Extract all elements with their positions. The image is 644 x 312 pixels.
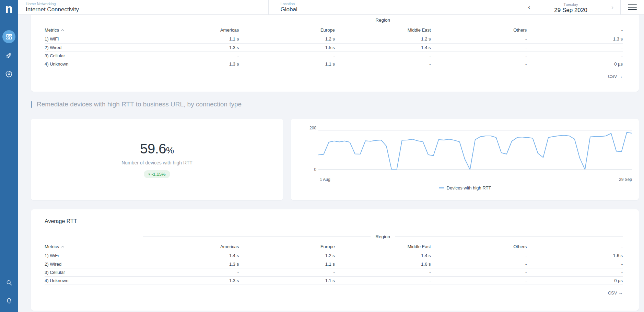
region-column-header: Europe [239, 241, 335, 252]
csv-export-link[interactable]: CSV → [608, 74, 623, 79]
region-column-header: Americas [143, 25, 239, 35]
region-column-header: Middle East [335, 25, 431, 35]
csv-export-link[interactable]: CSV → [608, 290, 623, 296]
region-column-header: - [527, 241, 623, 252]
location-value: Global [281, 6, 521, 13]
sidebar-item-notifications[interactable] [2, 294, 15, 307]
metric-value-cell: 1.4 s [335, 43, 431, 51]
region-column-header: - [527, 25, 623, 35]
metric-value-cell: 1.5 s [239, 43, 335, 51]
section-title-text: Remediate devices with high RTT to busin… [37, 101, 242, 108]
metric-value-cell: - [527, 260, 623, 268]
metric-value-cell: - [431, 43, 527, 51]
region-span-header: Region [143, 234, 623, 239]
table-row: 2) Wired1.3 s1.5 s1.4 s-- [45, 43, 623, 51]
metric-value-cell: 1.1 s [239, 276, 335, 285]
region-column-header: Others [431, 25, 527, 35]
table-row: 1) WiFi1.4 s1.2 s1.4 s-1.6 s [45, 252, 623, 260]
y-axis-min-label: 0 [303, 167, 316, 172]
x-axis-start-label: 1 Aug [320, 177, 330, 182]
metric-value-cell: - [431, 276, 527, 285]
location-label: Location [281, 2, 521, 6]
card-title: Average RTT [31, 209, 639, 229]
metric-value-cell: 1.4 s [335, 252, 431, 260]
metric-value-cell: 1.3 s [143, 60, 239, 68]
metric-value-cell: 0 µs [527, 276, 623, 285]
page-title: Internet Connectivity [26, 6, 268, 13]
metric-value-cell: - [143, 268, 239, 276]
kpi-card: 59.6% Number of devices with high RTT ▾ … [31, 119, 283, 200]
rtt-chart-card: 200 0 1 Aug 29 Sep Devices with high RTT [291, 119, 639, 200]
metric-name-cell: 2) Wired [45, 260, 143, 268]
sidebar-item-settings[interactable] [2, 67, 15, 80]
metric-value-cell: - [431, 268, 527, 276]
main-content: Region MetricsAmericasEuropeMiddle EastO… [18, 15, 644, 312]
search-icon [5, 279, 13, 286]
legend-item[interactable]: Devices with high RTT [291, 185, 639, 190]
sort-ascending-icon [61, 246, 64, 248]
metric-name-cell: 1) WiFi [45, 35, 143, 43]
kpi-delta: -1.15% [151, 172, 165, 177]
sidebar-item-search[interactable] [2, 276, 15, 289]
kpi-trend-badge: ▾ -1.15% [144, 170, 170, 178]
line-chart-plot [318, 130, 632, 170]
metric-name-cell: 3) Cellular [45, 51, 143, 60]
dashboard-grid-icon [5, 33, 13, 41]
previous-day-button[interactable]: ‹ [521, 0, 537, 14]
metric-name-cell: 4) Unknown [45, 276, 143, 285]
bell-icon [5, 297, 13, 304]
metric-name-cell: 2) Wired [45, 43, 143, 51]
metrics-table: MetricsAmericasEuropeMiddle EastOthers-1… [45, 241, 623, 285]
metric-value-cell: - [431, 252, 527, 260]
region-column-header: Middle East [335, 241, 431, 252]
date-picker[interactable]: Tuesday 29 Sep 2020 [537, 1, 605, 14]
gear-icon [5, 70, 13, 78]
region-column-header: Others [431, 241, 527, 252]
section-accent-bar [31, 101, 32, 108]
metric-value-cell: - [335, 268, 431, 276]
metric-value-cell: 1.2 s [239, 252, 335, 260]
kpi-subtitle: Number of devices with high RTT [121, 160, 192, 165]
section-header: Remediate devices with high RTT to busin… [31, 101, 242, 108]
legend-line-swatch [439, 187, 444, 188]
sidebar: n [0, 0, 18, 312]
metric-value-cell: - [143, 51, 239, 60]
table-row: 2) Wired1.3 s1.1 s1.6 s-- [45, 260, 623, 268]
region-span-header: Region [143, 15, 623, 23]
location-selector[interactable]: Location Global [269, 0, 521, 14]
metric-value-cell: 1.2 s [239, 35, 335, 43]
metrics-table: MetricsAmericasEuropeMiddle EastOthers-1… [45, 25, 623, 68]
region-label: Region [375, 234, 390, 239]
metric-value-cell: 1.1 s [239, 260, 335, 268]
metric-value-cell: 1.3 s [143, 260, 239, 268]
metric-value-cell: - [335, 60, 431, 68]
metric-value-cell: 1.1 s [143, 35, 239, 43]
metric-value-cell: 1.6 s [527, 252, 623, 260]
metric-value-cell: 0 µs [527, 60, 623, 68]
region-column-header: Europe [239, 25, 335, 35]
metrics-column-header[interactable]: Metrics [45, 25, 143, 35]
sidebar-item-launch[interactable] [2, 49, 15, 62]
sort-ascending-icon [61, 29, 64, 31]
metric-value-cell: - [527, 43, 623, 51]
metric-name-cell: 4) Unknown [45, 60, 143, 68]
menu-icon[interactable] [628, 3, 637, 12]
table-row: 4) Unknown1.3 s1.1 s--0 µs [45, 276, 623, 285]
average-rtt-card: Average RTT Region MetricsAmericasEurope… [31, 209, 639, 311]
kpi-value: 59.6% [140, 141, 174, 157]
metric-value-cell: 1.3 s [143, 276, 239, 285]
rtt-table-card: Region MetricsAmericasEuropeMiddle EastO… [31, 15, 639, 92]
metric-value-cell: - [239, 268, 335, 276]
metric-value-cell: 1.6 s [335, 260, 431, 268]
table-row: 3) Cellular----- [45, 268, 623, 276]
y-axis-max-label: 200 [303, 126, 316, 130]
table-row: 1) WiFi1.1 s1.2 s1.2 s-1.3 s [45, 35, 623, 43]
breadcrumb[interactable]: Home Networking [26, 2, 268, 6]
app-logo[interactable]: n [0, 0, 18, 18]
metric-value-cell: 1.4 s [143, 252, 239, 260]
next-day-button[interactable]: › [605, 0, 620, 14]
x-axis-end-label: 29 Sep [619, 177, 632, 182]
sidebar-item-dashboard[interactable] [2, 30, 15, 43]
metrics-column-header[interactable]: Metrics [45, 241, 143, 252]
metric-name-cell: 1) WiFi [45, 252, 143, 260]
